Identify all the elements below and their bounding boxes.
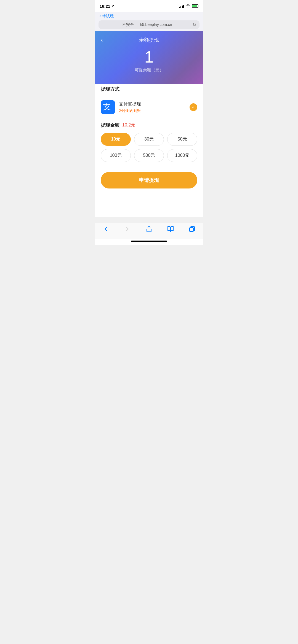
url-text: 不安全 — h5.beeplay.com.cn bbox=[102, 22, 193, 27]
payment-note: 24小时内到账 bbox=[119, 108, 190, 113]
amount-label: 提现金额 bbox=[101, 122, 119, 128]
amount-option-50-button[interactable]: 50元 bbox=[167, 133, 197, 146]
browser-back-button[interactable] bbox=[103, 226, 109, 232]
svg-rect-2 bbox=[190, 228, 193, 231]
amount-current-value: 10.2元 bbox=[122, 122, 135, 128]
browser-nav: ‹ 蜂试玩 不安全 — h5.beeplay.com.cn ↻ bbox=[95, 12, 203, 31]
amount-option-500-button[interactable]: 500元 bbox=[134, 149, 164, 162]
location-icon: ↗ bbox=[111, 4, 114, 8]
browser-back-icon[interactable]: ‹ bbox=[100, 14, 101, 19]
payment-info: 支付宝提现 24小时内到账 bbox=[119, 101, 190, 113]
payment-name: 支付宝提现 bbox=[119, 101, 190, 107]
page-header: ‹ 余额提现 1 可提余额（元） bbox=[95, 31, 203, 84]
battery-icon bbox=[192, 4, 198, 8]
content-card: 提现方式 支 支付宝提现 24小时内到账 ✓ 提现金额 10.2元 10元30元… bbox=[95, 79, 203, 217]
home-indicator bbox=[95, 239, 203, 245]
amount-section: 提现金额 10.2元 10元30元50元100元500元1000元 申请提现 bbox=[101, 122, 197, 188]
browser-forward-button[interactable] bbox=[124, 226, 131, 232]
status-indicators bbox=[179, 4, 198, 9]
amount-option-30-button[interactable]: 30元 bbox=[134, 133, 164, 146]
amount-option-10-button[interactable]: 10元 bbox=[101, 133, 131, 146]
page-title: 余额提现 bbox=[101, 37, 197, 43]
address-bar[interactable]: 不安全 — h5.beeplay.com.cn ↻ bbox=[99, 20, 199, 29]
share-button[interactable] bbox=[146, 226, 152, 232]
tabs-button[interactable] bbox=[189, 226, 195, 232]
balance-amount: 1 bbox=[101, 49, 197, 65]
signal-icon bbox=[179, 4, 184, 8]
wifi-icon bbox=[186, 4, 190, 9]
back-button[interactable]: ‹ bbox=[101, 37, 103, 44]
browser-back-label[interactable]: 蜂试玩 bbox=[102, 14, 114, 19]
status-time: 16:21 ↗ bbox=[100, 4, 114, 9]
status-bar: 16:21 ↗ bbox=[95, 0, 203, 12]
alipay-icon: 支 bbox=[101, 100, 115, 114]
home-bar bbox=[131, 241, 167, 242]
payment-method-row[interactable]: 支 支付宝提现 24小时内到账 ✓ bbox=[101, 97, 197, 118]
amount-option-100-button[interactable]: 100元 bbox=[101, 149, 131, 162]
selected-indicator: ✓ bbox=[190, 103, 197, 111]
bookmarks-button[interactable] bbox=[167, 226, 174, 232]
browser-back-row: ‹ 蜂试玩 bbox=[95, 13, 203, 19]
amount-header: 提现金额 10.2元 bbox=[101, 122, 197, 128]
bottom-toolbar bbox=[95, 223, 203, 239]
time-display: 16:21 bbox=[100, 4, 110, 9]
payment-section-title: 提现方式 bbox=[101, 86, 197, 92]
amount-options-grid: 10元30元50元100元500元1000元 bbox=[101, 133, 197, 162]
balance-label: 可提余额（元） bbox=[101, 68, 197, 73]
refresh-icon[interactable]: ↻ bbox=[193, 22, 196, 27]
svg-text:支: 支 bbox=[103, 102, 111, 111]
amount-option-1000-button[interactable]: 1000元 bbox=[167, 149, 197, 162]
submit-button[interactable]: 申请提现 bbox=[101, 172, 197, 188]
